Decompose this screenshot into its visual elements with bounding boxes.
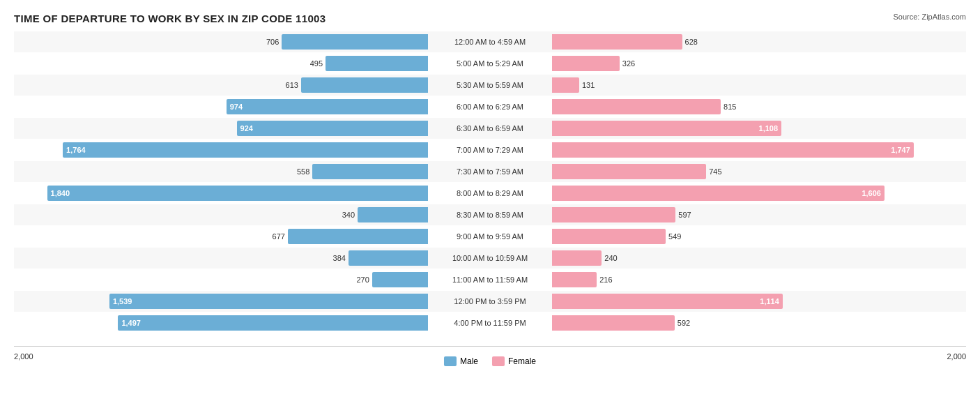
male-value-inside: 1,840 <box>51 189 70 197</box>
right-section: 1,747 <box>549 139 966 160</box>
male-bar <box>282 34 428 50</box>
male-bar <box>312 164 428 179</box>
male-bar: 1,764 <box>63 142 428 158</box>
female-bar <box>552 207 675 222</box>
left-section: 613 <box>14 75 431 96</box>
male-value-outside: 384 <box>333 254 349 262</box>
bar-row: 924 6:30 AM to 6:59 AM 1,108 <box>14 118 966 139</box>
row-label: 8:00 AM to 8:29 AM <box>431 189 549 197</box>
female-label: Female <box>508 356 536 366</box>
row-label: 7:30 AM to 7:59 AM <box>431 167 549 176</box>
bar-row: 495 5:00 AM to 5:29 AM 326 <box>14 53 966 74</box>
female-swatch <box>492 356 505 366</box>
female-bar: 1,606 <box>552 186 885 201</box>
female-value-inside: 1,606 <box>862 189 881 197</box>
row-label: 6:30 AM to 6:59 AM <box>431 124 549 133</box>
bar-row: 1,539 12:00 PM to 3:59 PM 1,114 <box>14 291 966 312</box>
female-value-outside: 326 <box>620 59 635 68</box>
male-bar: 924 <box>237 121 428 136</box>
right-section: 1,114 <box>549 291 966 312</box>
row-label: 4:00 PM to 11:59 PM <box>431 319 549 327</box>
bar-row: 706 12:00 AM to 4:59 AM 628 <box>14 31 966 52</box>
row-label: 6:00 AM to 6:29 AM <box>431 103 549 111</box>
female-bar <box>552 99 721 114</box>
chart-area: 706 12:00 AM to 4:59 AM 628 495 5:00 AM … <box>14 31 966 368</box>
female-value-outside: 240 <box>602 254 617 262</box>
male-bar: 1,539 <box>109 294 428 309</box>
female-value-outside: 597 <box>675 211 691 219</box>
male-value-inside: 1,497 <box>121 319 141 327</box>
male-value-outside: 558 <box>297 167 312 176</box>
female-bar <box>552 56 620 71</box>
female-value-outside: 815 <box>721 103 736 111</box>
female-bar: 1,114 <box>552 294 783 309</box>
row-label: 12:00 PM to 3:59 PM <box>431 297 549 305</box>
male-value-outside: 613 <box>286 81 301 89</box>
row-label: 5:30 AM to 5:59 AM <box>431 81 549 89</box>
male-bar <box>301 77 428 93</box>
right-section: 131 <box>549 75 966 96</box>
male-value-outside: 677 <box>273 232 288 241</box>
right-section: 240 <box>549 248 966 269</box>
female-value-inside: 1,114 <box>760 297 779 305</box>
row-label: 5:00 AM to 5:29 AM <box>431 59 549 68</box>
female-value-inside: 1,747 <box>891 146 910 154</box>
male-value-outside: 270 <box>356 276 372 284</box>
left-section: 270 <box>14 269 431 290</box>
bar-row: 1,840 8:00 AM to 8:29 AM 1,606 <box>14 183 966 204</box>
right-section: 1,606 <box>549 183 966 204</box>
chart-source: Source: ZipAtlas.com <box>893 13 966 21</box>
bar-row: 558 7:30 AM to 7:59 AM 745 <box>14 161 966 182</box>
male-value-inside: 1,764 <box>66 146 86 154</box>
male-bar: 1,497 <box>118 315 428 331</box>
female-bar <box>552 77 579 93</box>
right-section: 1,108 <box>549 118 966 139</box>
male-bar <box>288 229 428 244</box>
male-value-inside: 974 <box>230 103 243 111</box>
female-bar <box>552 164 706 179</box>
left-section: 1,764 <box>14 139 431 160</box>
right-section: 745 <box>549 161 966 182</box>
axis-label-right: 2,000 <box>947 352 966 361</box>
right-section: 549 <box>549 226 966 247</box>
male-value-outside: 495 <box>310 59 326 68</box>
female-bar: 1,108 <box>552 121 781 136</box>
left-section: 495 <box>14 53 431 74</box>
female-value-inside: 1,108 <box>759 124 779 133</box>
row-label: 12:00 AM to 4:59 AM <box>431 38 549 46</box>
right-section: 592 <box>549 312 966 333</box>
bar-row: 1,764 7:00 AM to 7:29 AM 1,747 <box>14 139 966 160</box>
right-section: 815 <box>549 96 966 117</box>
male-value-inside: 1,539 <box>113 297 132 305</box>
bar-row: 340 8:30 AM to 8:59 AM 597 <box>14 204 966 225</box>
row-label: 9:00 AM to 9:59 AM <box>431 232 549 241</box>
female-value-outside: 745 <box>706 167 721 176</box>
bar-row: 384 10:00 AM to 10:59 AM 240 <box>14 248 966 269</box>
male-value-inside: 924 <box>240 124 253 133</box>
legend-male: Male <box>444 356 478 366</box>
legend-female: Female <box>492 356 536 366</box>
left-section: 1,497 <box>14 312 431 333</box>
left-section: 1,539 <box>14 291 431 312</box>
female-bar <box>552 250 602 266</box>
axis-line <box>14 346 966 347</box>
left-section: 706 <box>14 31 431 52</box>
bar-row: 974 6:00 AM to 6:29 AM 815 <box>14 96 966 117</box>
female-value-outside: 216 <box>597 276 612 284</box>
bar-row: 1,497 4:00 PM to 11:59 PM 592 <box>14 312 966 333</box>
legend: Male Female <box>444 356 536 366</box>
male-bar <box>326 56 428 71</box>
female-value-outside: 549 <box>666 232 681 241</box>
chart-container: TIME OF DEPARTURE TO WORK BY SEX IN ZIP … <box>0 0 980 415</box>
male-label: Male <box>460 356 478 366</box>
bar-row: 270 11:00 AM to 11:59 AM 216 <box>14 269 966 290</box>
row-label: 11:00 AM to 11:59 AM <box>431 276 549 284</box>
chart-header: TIME OF DEPARTURE TO WORK BY SEX IN ZIP … <box>14 13 966 24</box>
male-bar <box>358 207 428 222</box>
left-section: 1,840 <box>14 183 431 204</box>
male-bar: 1,840 <box>47 186 428 201</box>
male-value-outside: 706 <box>266 38 282 46</box>
female-bar <box>552 229 666 244</box>
left-section: 558 <box>14 161 431 182</box>
female-bar: 1,747 <box>552 142 914 158</box>
